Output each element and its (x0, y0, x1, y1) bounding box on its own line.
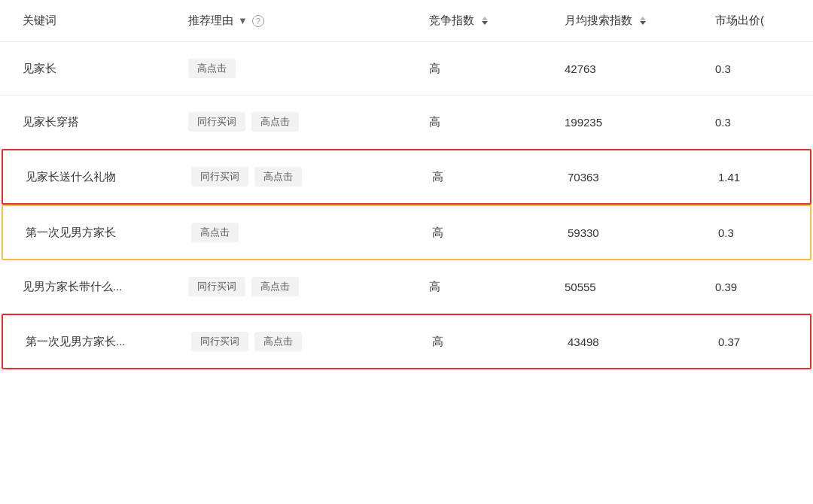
tag[interactable]: 同行买词 (191, 332, 248, 351)
tags-cell: 同行买词高点击 (188, 277, 429, 296)
price-cell: 0.3 (715, 116, 813, 129)
price-cell: 0.37 (718, 335, 813, 348)
competition-cell: 高 (429, 115, 565, 129)
tags-cell: 同行买词高点击 (188, 112, 429, 132)
tag[interactable]: 同行买词 (191, 167, 248, 187)
tag[interactable]: 同行买词 (188, 277, 245, 296)
tag[interactable]: 高点击 (188, 59, 236, 78)
tag[interactable]: 高点击 (251, 112, 299, 132)
search-index-cell: 70363 (568, 171, 718, 184)
table-body: 见家长高点击高427630.3见家长穿搭同行买词高点击高1992350.3见家长… (0, 42, 813, 369)
tag[interactable]: 高点击 (191, 223, 239, 242)
search-index-cell: 199235 (565, 116, 715, 129)
tags-cell: 高点击 (188, 59, 429, 78)
competition-cell: 高 (432, 170, 568, 184)
table-row[interactable]: 见家长送什么礼物同行买词高点击高703631.41 (2, 149, 811, 205)
header-reason: 推荐理由 ▼ ? (188, 14, 429, 28)
search-index-cell: 50555 (565, 281, 715, 293)
table-row[interactable]: 见男方家长带什么...同行买词高点击高505550.39 (0, 260, 813, 314)
tag[interactable]: 高点击 (251, 277, 299, 296)
header-search-index: 月均搜索指数 (565, 14, 715, 28)
keyword-cell: 第一次见男方家长... (26, 335, 191, 349)
competition-cell: 高 (429, 62, 565, 76)
question-icon[interactable]: ? (252, 15, 264, 27)
keyword-cell: 见家长 (23, 62, 188, 76)
filter-icon[interactable]: ▼ (238, 15, 248, 26)
keyword-cell: 见家长穿搭 (23, 115, 188, 129)
keyword-cell: 第一次见男方家长 (26, 226, 191, 240)
table-header: 关键词 推荐理由 ▼ ? 竞争指数 月均搜索指数 市场出价( (0, 0, 813, 42)
price-cell: 0.3 (715, 62, 813, 75)
search-index-cell: 42763 (565, 62, 715, 75)
price-cell: 0.3 (718, 226, 813, 239)
header-price: 市场出价( (715, 14, 813, 28)
table-row[interactable]: 第一次见男方家长高点击高593300.3 (2, 205, 811, 260)
competition-sort-icon[interactable] (482, 17, 488, 25)
search-index-cell: 43498 (568, 335, 718, 348)
price-cell: 0.39 (715, 281, 813, 293)
header-competition: 竞争指数 (429, 14, 565, 28)
search-index-sort-icon[interactable] (640, 17, 646, 25)
search-index-cell: 59330 (568, 226, 718, 239)
tag[interactable]: 高点击 (254, 332, 302, 351)
competition-cell: 高 (429, 280, 565, 294)
tag[interactable]: 高点击 (254, 167, 302, 187)
competition-cell: 高 (432, 226, 568, 240)
tags-cell: 高点击 (191, 223, 432, 242)
competition-cell: 高 (432, 335, 568, 349)
tags-cell: 同行买词高点击 (191, 332, 432, 351)
keyword-table: 关键词 推荐理由 ▼ ? 竞争指数 月均搜索指数 市场出价( 见家长高点击高42… (0, 0, 813, 369)
keyword-cell: 见男方家长带什么... (23, 280, 188, 294)
price-cell: 1.41 (718, 171, 813, 184)
table-row[interactable]: 第一次见男方家长...同行买词高点击高434980.37 (2, 314, 811, 369)
tags-cell: 同行买词高点击 (191, 167, 432, 187)
header-keyword: 关键词 (23, 14, 188, 28)
tag[interactable]: 同行买词 (188, 112, 245, 132)
table-row[interactable]: 见家长穿搭同行买词高点击高1992350.3 (0, 96, 813, 149)
keyword-cell: 见家长送什么礼物 (26, 170, 191, 184)
table-row[interactable]: 见家长高点击高427630.3 (0, 42, 813, 96)
